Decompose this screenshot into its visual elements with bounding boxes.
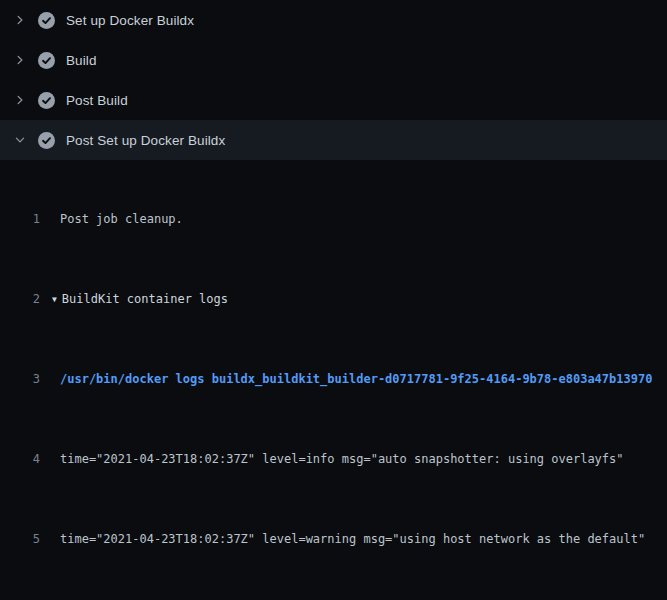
- check-circle-icon: [38, 92, 55, 109]
- line-content: BuildKit container logs: [62, 292, 228, 306]
- line-content: /usr/bin/docker logs buildx_buildkit_bui…: [60, 372, 652, 386]
- line-number[interactable]: 2: [0, 289, 40, 309]
- step-row-post-build[interactable]: Post Build: [0, 80, 667, 120]
- log-line: 5 time="2021-04-23T18:02:37Z" level=warn…: [0, 529, 667, 549]
- chevron-right-icon: [14, 54, 26, 66]
- line-number[interactable]: 1: [0, 209, 40, 229]
- line-text: /usr/bin/docker logs buildx_buildkit_bui…: [60, 369, 652, 389]
- line-number[interactable]: 3: [0, 369, 40, 389]
- line-text: time="2021-04-23T18:02:37Z" level=info m…: [60, 449, 624, 469]
- line-text: time="2021-04-23T18:02:37Z" level=warnin…: [60, 529, 645, 549]
- log-viewer: 1 Post job cleanup. 2 ▼BuildKit containe…: [0, 160, 667, 600]
- step-label: Build: [66, 53, 97, 68]
- step-label: Post Build: [66, 93, 128, 108]
- log-command-line: 3 /usr/bin/docker logs buildx_buildkit_b…: [0, 369, 667, 389]
- check-circle-icon: [38, 132, 55, 149]
- line-number[interactable]: 4: [0, 449, 40, 469]
- log-line: 4 time="2021-04-23T18:02:37Z" level=info…: [0, 449, 667, 469]
- step-row-build[interactable]: Build: [0, 40, 667, 80]
- step-row-post-set-up-docker-buildx[interactable]: Post Set up Docker Buildx: [0, 120, 667, 160]
- line-number[interactable]: 5: [0, 529, 40, 549]
- line-content: time="2021-04-23T18:02:37Z" level=warnin…: [60, 532, 645, 546]
- step-label: Post Set up Docker Buildx: [66, 133, 225, 148]
- log-line: 1 Post job cleanup.: [0, 209, 667, 229]
- log-group-header[interactable]: 2 ▼BuildKit container logs: [0, 289, 667, 309]
- chevron-right-icon: [14, 94, 26, 106]
- step-row-set-up-docker-buildx[interactable]: Set up Docker Buildx: [0, 0, 667, 40]
- line-content: Post job cleanup.: [60, 212, 183, 226]
- chevron-down-icon: [14, 134, 26, 146]
- line-text: ▼BuildKit container logs: [52, 289, 228, 309]
- check-circle-icon: [38, 52, 55, 69]
- triangle-down-icon: ▼: [52, 295, 57, 304]
- steps-list: Set up Docker Buildx Build Post Build Po…: [0, 0, 667, 160]
- line-text: Post job cleanup.: [60, 209, 183, 229]
- chevron-right-icon: [14, 14, 26, 26]
- line-content: time="2021-04-23T18:02:37Z" level=info m…: [60, 452, 624, 466]
- step-label: Set up Docker Buildx: [66, 13, 194, 28]
- check-circle-icon: [38, 12, 55, 29]
